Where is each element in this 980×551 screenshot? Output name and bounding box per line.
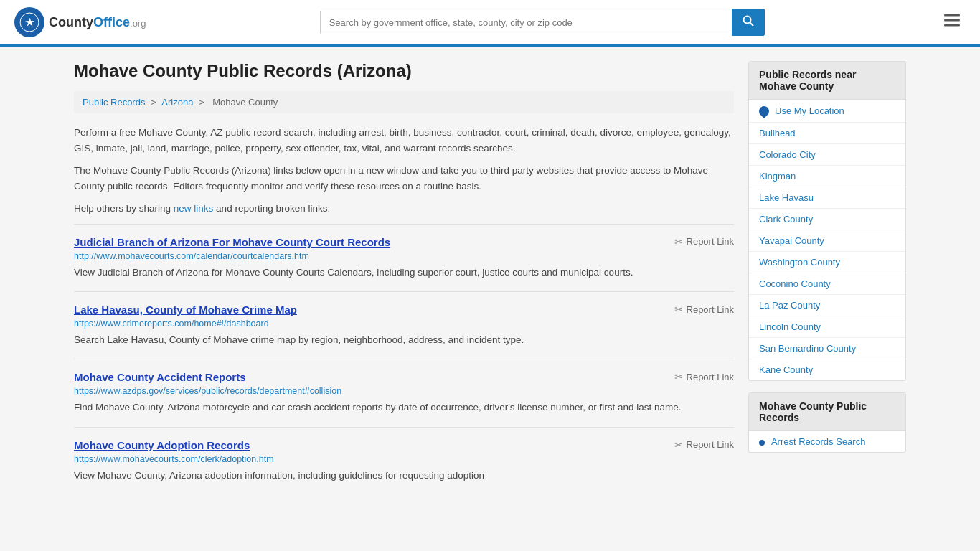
- sidebar-item-clark-county: Clark County: [749, 209, 905, 230]
- content-area: Mohave County Public Records (Arizona) P…: [74, 61, 734, 494]
- nearby-link-la-paz-county[interactable]: La Paz County: [759, 300, 820, 311]
- search-input[interactable]: [320, 11, 732, 34]
- nearby-link-lincoln-county[interactable]: Lincoln County: [759, 321, 821, 332]
- logo-county: County: [49, 15, 93, 29]
- nearby-link-kane-county[interactable]: Kane County: [759, 364, 813, 375]
- breadcrumb-public-records[interactable]: Public Records: [83, 97, 145, 108]
- location-pin-icon: [757, 104, 771, 118]
- desc-para3-start: Help others by sharing: [74, 203, 174, 214]
- logo-office: Office: [93, 15, 130, 29]
- sidebar-item-washington-county: Washington County: [749, 252, 905, 273]
- sidebar-item-yavapai-county: Yavapai County: [749, 230, 905, 252]
- sidebar-item-arrest-records: Arrest Records Search: [749, 431, 905, 452]
- nearby-link-yavapai-county[interactable]: Yavapai County: [759, 235, 824, 246]
- scissors-icon-2: ✂: [674, 303, 683, 315]
- page-title: Mohave County Public Records (Arizona): [74, 61, 734, 81]
- records-header: Mohave County Public Records: [749, 393, 905, 431]
- report-link-label-1: Report Link: [687, 236, 734, 247]
- sidebar-item-coconino-county: Coconino County: [749, 273, 905, 295]
- result-url-3[interactable]: https://www.azdps.gov/services/public/re…: [74, 386, 734, 396]
- sidebar-item-kane-county: Kane County: [749, 359, 905, 380]
- result-title-3[interactable]: Mohave County Accident Reports: [74, 371, 245, 383]
- search-area: [320, 9, 765, 36]
- breadcrumb-sep1: >: [151, 97, 159, 108]
- result-desc-2: Search Lake Havasu, County of Mohave cri…: [74, 333, 734, 347]
- result-item-4: Mohave County Adoption Records ✂ Report …: [74, 427, 734, 494]
- use-location-link[interactable]: Use My Location: [775, 105, 844, 116]
- breadcrumb: Public Records > Arizona > Mohave County: [74, 91, 734, 113]
- nearby-link-bullhead[interactable]: Bullhead: [759, 128, 796, 138]
- nearby-link-kingman[interactable]: Kingman: [759, 171, 796, 182]
- sidebar-item-bullhead: Bullhead: [749, 123, 905, 144]
- nearby-section: Public Records near Mohave County Use My…: [748, 61, 906, 381]
- description-para2: The Mohave County Public Records (Arizon…: [74, 163, 734, 194]
- logo-icon: ★: [14, 7, 44, 37]
- report-link-label-2: Report Link: [687, 304, 734, 315]
- svg-line-3: [750, 22, 753, 26]
- result-desc-3: Find Mohave County, Arizona motorcycle a…: [74, 400, 734, 415]
- use-location-item[interactable]: Use My Location: [749, 100, 905, 123]
- nearby-link-coconino-county[interactable]: Coconino County: [759, 278, 831, 289]
- result-url-2[interactable]: https://www.crimereports.com/home#!/dash…: [74, 319, 734, 329]
- report-link-1[interactable]: ✂ Report Link: [674, 236, 734, 248]
- result-url-4[interactable]: https://www.mohavecourts.com/clerk/adopt…: [74, 454, 734, 464]
- description-para3: Help others by sharing new links and rep…: [74, 201, 734, 217]
- svg-rect-5: [944, 19, 960, 22]
- new-links-link[interactable]: new links: [174, 203, 214, 214]
- result-item-2: Lake Havasu, County of Mohave Crime Map …: [74, 291, 734, 359]
- report-link-label-4: Report Link: [687, 439, 734, 450]
- main-container: Mohave County Public Records (Arizona) P…: [60, 47, 920, 509]
- menu-button[interactable]: [938, 10, 966, 34]
- sidebar-item-kingman: Kingman: [749, 166, 905, 187]
- result-title-2[interactable]: Lake Havasu, County of Mohave Crime Map: [74, 303, 297, 316]
- svg-rect-4: [944, 14, 960, 17]
- svg-text:★: ★: [25, 17, 34, 28]
- search-button[interactable]: [732, 9, 765, 36]
- report-link-3[interactable]: ✂ Report Link: [674, 371, 734, 382]
- nearby-link-washington-county[interactable]: Washington County: [759, 257, 840, 268]
- nearby-link-clark-county[interactable]: Clark County: [759, 214, 813, 225]
- sidebar: Public Records near Mohave County Use My…: [748, 61, 906, 494]
- sidebar-item-lincoln-county: Lincoln County: [749, 316, 905, 338]
- nearby-link-san-bernardino-county[interactable]: San Bernardino County: [759, 343, 856, 354]
- logo-org: .org: [130, 18, 146, 29]
- nearby-link-colorado-city[interactable]: Colorado City: [759, 149, 816, 160]
- report-link-label-3: Report Link: [687, 372, 734, 382]
- sidebar-item-la-paz-county: La Paz County: [749, 295, 905, 316]
- logo-text-area: CountyOffice.org: [49, 15, 146, 30]
- result-item-1: Judicial Branch of Arizona For Mohave Co…: [74, 224, 734, 291]
- nearby-link-lake-havasu[interactable]: Lake Havasu: [759, 192, 814, 203]
- records-section: Mohave County Public Records Arrest Reco…: [748, 392, 906, 453]
- breadcrumb-sep2: >: [199, 97, 207, 108]
- report-link-4[interactable]: ✂ Report Link: [674, 439, 734, 451]
- result-desc-1: View Judicial Branch of Arizona for Moha…: [74, 265, 734, 280]
- header: ★ CountyOffice.org: [0, 0, 980, 47]
- bullet-icon-arrest: [759, 440, 765, 446]
- records-link-arrest[interactable]: Arrest Records Search: [771, 436, 866, 447]
- desc-para3-end: and reporting broken links.: [213, 203, 330, 214]
- result-title-1[interactable]: Judicial Branch of Arizona For Mohave Co…: [74, 236, 390, 248]
- description-para1: Perform a free Mohave County, AZ public …: [74, 125, 734, 156]
- sidebar-item-colorado-city: Colorado City: [749, 144, 905, 166]
- scissors-icon-3: ✂: [674, 371, 683, 382]
- sidebar-item-san-bernardino-county: San Bernardino County: [749, 338, 905, 359]
- result-desc-4: View Mohave County, Arizona adoption inf…: [74, 468, 734, 483]
- breadcrumb-arizona[interactable]: Arizona: [161, 97, 193, 108]
- result-item-3: Mohave County Accident Reports ✂ Report …: [74, 359, 734, 426]
- result-url-1[interactable]: http://www.mohavecourts.com/calendar/cou…: [74, 251, 734, 261]
- nearby-header: Public Records near Mohave County: [749, 62, 905, 100]
- sidebar-item-lake-havasu: Lake Havasu: [749, 187, 905, 209]
- scissors-icon-1: ✂: [674, 236, 683, 248]
- scissors-icon-4: ✂: [674, 439, 683, 451]
- report-link-2[interactable]: ✂ Report Link: [674, 303, 734, 315]
- result-title-4[interactable]: Mohave County Adoption Records: [74, 439, 250, 451]
- breadcrumb-current: Mohave County: [212, 97, 278, 108]
- svg-rect-6: [944, 24, 960, 27]
- logo-area: ★ CountyOffice.org: [14, 7, 146, 37]
